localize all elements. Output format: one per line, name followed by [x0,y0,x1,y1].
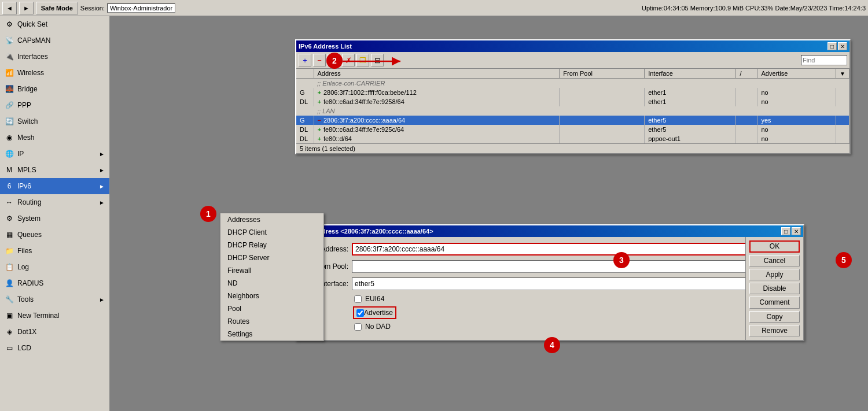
col-advertise[interactable]: Advertise [757,69,836,79]
table-row[interactable]: DL+fe80::c6ad:34ff:fe7e:9258/64ether1no [296,97,849,106]
close-button[interactable]: ✕ [838,42,847,50]
no-dad-checkbox[interactable] [354,323,362,331]
sidebar-item-ip[interactable]: 🌐IP► [0,146,109,162]
sidebar-item-interfaces[interactable]: 🔌Interfaces [0,49,109,65]
table-row[interactable]: ;; Enlace-con-CARRIER [296,79,849,88]
address-table: Address From Pool Interface / Advertise … [296,69,849,143]
col-from-pool[interactable]: From Pool [560,69,645,79]
ipv6-arrow-icon: ► [99,183,105,190]
flag-cell: DL [296,134,314,143]
disable-button[interactable]: ✗ [342,54,355,66]
mpls-icon: M [5,165,14,175]
table-row[interactable]: G−2806:3f7:a200:cccc::aaaa/64ether5yes [296,116,849,125]
list-status-bar: 5 items (1 selected) [296,143,849,153]
sidebar-label-switch: Switch [17,117,38,125]
sidebar-label-mpls: MPLS [17,166,36,174]
forward-button[interactable]: ► [19,2,34,14]
submenu-item-addresses[interactable]: Addresses [220,213,323,226]
main-layout: ⚙Quick Set📡CAPsMAN🔌Interfaces📶Wireless🌉B… [0,16,868,411]
sidebar-item-system[interactable]: ⚙System [0,210,109,227]
disable-btn[interactable]: Disable [749,283,800,294]
from-pool-input[interactable] [352,260,784,273]
sidebar-item-switch[interactable]: 🔄Switch [0,113,109,129]
sidebar-label-ppp: PPP [17,101,31,109]
remove-button[interactable]: Remove [749,325,800,336]
mesh-icon: ◉ [5,133,14,142]
sidebar-item-quick-set[interactable]: ⚙Quick Set [0,16,109,32]
sidebar-item-queues[interactable]: ▦Queues [0,227,109,243]
edit-minimize-button[interactable]: □ [781,227,790,235]
sidebar-item-radius[interactable]: 👤RADIUS [0,275,109,291]
sidebar-label-routing: Routing [17,198,41,206]
interface-row: Interface: ▼ [302,277,797,290]
sidebar-item-capsman[interactable]: 📡CAPsMAN [0,32,109,49]
submenu-item-dhcp-client[interactable]: DHCP Client [220,226,323,239]
comment-button[interactable]: Comment [749,297,800,308]
apply-button[interactable]: Apply [749,269,800,280]
sidebar-item-tools[interactable]: 🔧Tools► [0,291,109,308]
address-input[interactable] [352,243,797,256]
sidebar-item-mpls[interactable]: MMPLS► [0,162,109,178]
table-row[interactable]: DL+fe80::c6ad:34ff:fe7e:925c/64ether5no [296,125,849,134]
sidebar-label-wireless: Wireless [17,69,44,77]
sidebar-label-log: Log [17,263,29,271]
submenu-item-pool[interactable]: Pool [220,302,323,315]
interfaces-icon: 🔌 [5,52,14,61]
from-pool-cell [560,97,645,106]
sidebar-item-mesh[interactable]: ◉Mesh [0,129,109,146]
session-value: Winbox-Administrador [107,3,175,13]
cancel-button[interactable]: Cancel [749,255,800,266]
edit-close-button[interactable]: ✕ [792,227,801,235]
col-address[interactable]: Address [314,69,560,79]
table-row[interactable]: ;; LAN [296,106,849,116]
submenu-item-dhcp-relay[interactable]: DHCP Relay [220,239,323,251]
submenu-item-neighbors[interactable]: Neighbors [220,290,323,302]
copy-toolbar-button[interactable]: ❐ [356,54,369,66]
table-row[interactable]: G+2806:3f7:1002::ffff:f0ca:bebe/112ether… [296,88,849,97]
flag-cell: DL [296,125,314,134]
remove-button[interactable]: − [313,54,326,66]
back-button[interactable]: ◄ [2,2,17,14]
add-button[interactable]: + [299,54,311,66]
sidebar-item-files[interactable]: 📁Files [0,243,109,259]
submenu-item-nd[interactable]: ND [220,277,323,290]
ppp-icon: 🔗 [5,101,14,110]
sidebar-item-new-terminal[interactable]: ▣New Terminal [0,308,109,324]
safe-mode-button[interactable]: Safe Mode [36,2,78,14]
routing-icon: ↔ [5,198,14,207]
sidebar-item-lcd[interactable]: ▭LCD [0,340,109,356]
sidebar-item-log[interactable]: 📋Log [0,259,109,275]
submenu-item-dhcp-server[interactable]: DHCP Server [220,251,323,264]
submenu-item-firewall[interactable]: Firewall [220,264,323,277]
table-row[interactable]: DL+fe80::d/64pppoe-out1no [296,134,849,143]
interface-input[interactable] [352,277,784,290]
sidebar-item-wireless[interactable]: 📶Wireless [0,65,109,81]
sidebar-item-dot1x[interactable]: ◈Dot1X [0,324,109,340]
advertise-cell: no [757,125,836,134]
ok-button[interactable]: OK [749,240,800,253]
col-separator: / [736,69,757,79]
advertise-checkbox[interactable] [356,309,364,317]
sidebar-item-bridge[interactable]: 🌉Bridge [0,81,109,97]
submenu-item-routes[interactable]: Routes [220,315,323,328]
col-interface[interactable]: Interface [645,69,736,79]
sidebar-item-routing[interactable]: ↔Routing► [0,194,109,210]
filter-button[interactable]: ⊟ [371,54,384,66]
submenu-item-settings[interactable]: Settings [220,328,323,340]
enable-button[interactable]: ✓ [328,54,340,66]
eui64-checkbox[interactable] [354,295,362,303]
col-dropdown[interactable]: ▼ [836,69,849,79]
no-dad-row: No DAD [354,323,797,331]
from-pool-cell [560,88,645,97]
sidebar-item-ppp[interactable]: 🔗PPP [0,97,109,113]
minimize-button[interactable]: □ [827,42,837,50]
interface-cell: ether5 [645,116,736,125]
copy-button[interactable]: Copy [749,311,800,323]
ipv6-list-window: IPv6 Address List □ ✕ + − ✓ ✗ ❐ ⊟ [295,39,851,154]
edit-window-inner: Address: From Pool: ▼ Interface: ▼ [296,237,803,340]
find-input[interactable] [801,55,847,65]
advertise-cell: yes [757,116,836,125]
ipv6-edit-title-bar: IPv6 Address <2806:3f7:a200:cccc::aaaa/6… [296,225,803,237]
extra-cell [836,97,849,106]
sidebar-item-ipv6[interactable]: 6IPv6► [0,178,109,194]
